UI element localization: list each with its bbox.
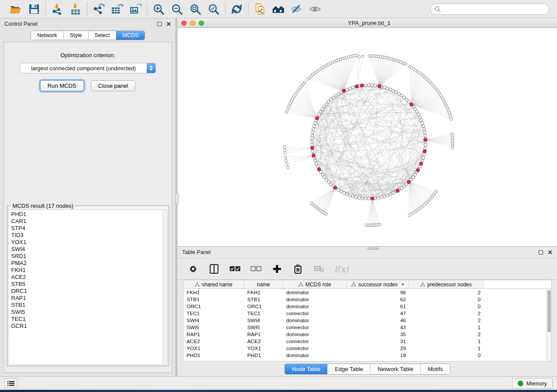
search-field[interactable] <box>430 3 549 15</box>
table-row[interactable]: TEC1TEC1connector472 <box>183 310 551 317</box>
table-row[interactable]: SWI4SWI4dominator462 <box>183 317 551 324</box>
tab-motifs[interactable]: Motifs <box>421 364 450 374</box>
network-window-titlebar[interactable]: YPA_prune.txt_1 <box>178 18 557 28</box>
table-scrollbar-thumb[interactable] <box>547 290 551 332</box>
settings-gear-icon[interactable] <box>187 263 199 275</box>
select-all-checkboxes-icon[interactable] <box>229 263 241 275</box>
zoom-fit-icon[interactable] <box>189 3 201 15</box>
table-cell[interactable]: connector <box>283 345 347 351</box>
table-cell[interactable]: FKH1 <box>183 289 244 296</box>
table-row[interactable]: RAP1RAP1dominator352 <box>183 331 551 338</box>
tab-network-table[interactable]: Network Table <box>370 364 421 374</box>
import-table-icon[interactable] <box>69 3 82 15</box>
table-cell[interactable]: 29 <box>347 345 409 351</box>
tab-node-table[interactable]: Node Table <box>285 364 328 374</box>
table-row[interactable]: FKH1FKH1dominator962 <box>183 289 551 296</box>
table-cell[interactable]: PHD1 <box>244 352 283 358</box>
mcds-result-item[interactable]: SWI4 <box>11 246 167 253</box>
table-cell[interactable]: 0 <box>409 296 484 303</box>
import-network-icon[interactable] <box>51 3 63 15</box>
column-header-MCDS-role[interactable]: MCDS role <box>283 280 347 289</box>
close-table-panel-icon[interactable]: ✕ <box>547 249 553 255</box>
mcds-list-scrollbar[interactable] <box>163 210 167 364</box>
table-cell[interactable]: 96 <box>347 289 409 296</box>
table-cell[interactable]: 62 <box>347 296 409 303</box>
table-cell[interactable]: connector <box>283 310 347 316</box>
table-cell[interactable]: dominator <box>283 331 347 337</box>
table-cell[interactable]: 2 <box>409 289 484 296</box>
table-cell[interactable]: 35 <box>347 331 409 337</box>
table-cell[interactable]: RAP1 <box>183 331 244 337</box>
mcds-result-item[interactable]: ORC1 <box>11 288 167 295</box>
mcds-result-item[interactable]: CAR1 <box>11 218 167 225</box>
mcds-result-item[interactable]: RAP1 <box>11 295 167 302</box>
table-cell[interactable]: 61 <box>347 303 409 309</box>
mcds-result-item[interactable]: SWI5 <box>11 309 167 316</box>
table-row[interactable]: STB1STB1dominator620 <box>183 296 551 303</box>
mcds-result-item[interactable]: TEC1 <box>11 316 167 323</box>
column-layout-icon[interactable] <box>208 263 220 275</box>
table-cell[interactable]: ACE2 <box>183 338 244 344</box>
save-icon[interactable] <box>28 3 40 15</box>
mcds-result-item[interactable]: GCR1 <box>11 323 167 330</box>
mcds-result-item[interactable]: PHD1 <box>11 211 167 218</box>
clone-network-icon[interactable] <box>254 3 266 15</box>
table-cell[interactable]: FKH1 <box>244 289 283 296</box>
export-network-icon[interactable] <box>93 3 105 15</box>
splitter-handle[interactable] <box>175 193 179 204</box>
table-cell[interactable]: SWI4 <box>244 317 283 323</box>
mcds-result-item[interactable]: FKH1 <box>11 267 167 274</box>
table-row[interactable]: SWI5SWI5connector431 <box>183 324 551 331</box>
table-cell[interactable]: 2 <box>409 331 484 337</box>
tab-style[interactable]: Style <box>64 31 89 40</box>
zoom-in-icon[interactable] <box>152 3 165 15</box>
search-input[interactable] <box>443 6 545 12</box>
mcds-result-item[interactable]: YOX1 <box>11 239 167 246</box>
float-panel-icon[interactable] <box>157 22 162 26</box>
close-panel-button[interactable]: Close panel <box>91 80 136 91</box>
maximize-window-icon[interactable] <box>199 21 204 26</box>
table-cell[interactable]: 31 <box>347 338 409 344</box>
table-cell[interactable]: 46 <box>347 317 409 323</box>
column-header-name[interactable]: name <box>244 280 283 289</box>
horizontal-splitter-handle[interactable] <box>367 248 379 250</box>
table-cell[interactable]: 43 <box>347 324 409 330</box>
float-table-panel-icon[interactable] <box>539 250 543 254</box>
zoom-selected-icon[interactable] <box>208 3 220 15</box>
table-cell[interactable]: 1 <box>409 338 484 344</box>
minimize-window-icon[interactable] <box>190 21 195 26</box>
refresh-icon[interactable] <box>231 3 243 15</box>
table-cell[interactable]: SWI5 <box>244 324 283 330</box>
task-history-button[interactable] <box>4 378 17 388</box>
table-cell[interactable]: dominator <box>283 317 347 323</box>
tab-network[interactable]: Network <box>31 31 64 40</box>
mcds-result-item[interactable]: STB5 <box>11 281 167 288</box>
table-cell[interactable]: STB1 <box>183 296 244 303</box>
add-column-icon[interactable] <box>271 263 283 275</box>
table-cell[interactable]: YOX1 <box>244 345 283 351</box>
table-cell[interactable]: YOX1 <box>183 345 244 351</box>
table-cell[interactable]: ORC1 <box>244 303 283 309</box>
deselect-all-checkboxes-icon[interactable] <box>250 263 262 275</box>
table-row[interactable]: YOX1YOX1connector291 <box>183 345 551 352</box>
table-cell[interactable]: 47 <box>347 310 409 316</box>
export-image-icon[interactable] <box>129 3 142 15</box>
mcds-result-item[interactable]: TID3 <box>11 232 167 239</box>
column-header-shared-name[interactable]: shared name <box>183 280 244 289</box>
table-cell[interactable]: SWI5 <box>183 324 244 330</box>
table-cell[interactable]: dominator <box>283 296 347 303</box>
table-cell[interactable]: 0 <box>409 303 484 309</box>
table-cell[interactable]: dominator <box>283 352 347 358</box>
open-file-icon[interactable] <box>10 3 22 15</box>
table-cell[interactable]: dominator <box>283 303 347 309</box>
table-cell[interactable]: 1 <box>409 345 484 351</box>
close-panel-icon[interactable]: ✕ <box>166 21 171 27</box>
table-cell[interactable]: TEC1 <box>244 310 283 316</box>
table-cell[interactable]: 18 <box>347 352 409 358</box>
tab-mcds[interactable]: MCDS <box>116 31 145 40</box>
delete-column-icon[interactable] <box>292 263 304 275</box>
table-cell[interactable]: 1 <box>409 324 484 330</box>
table-row[interactable]: PHD1PHD1dominator180 <box>183 352 551 359</box>
tab-edge-table[interactable]: Edge Table <box>328 364 370 374</box>
network-canvas[interactable] <box>178 28 556 246</box>
